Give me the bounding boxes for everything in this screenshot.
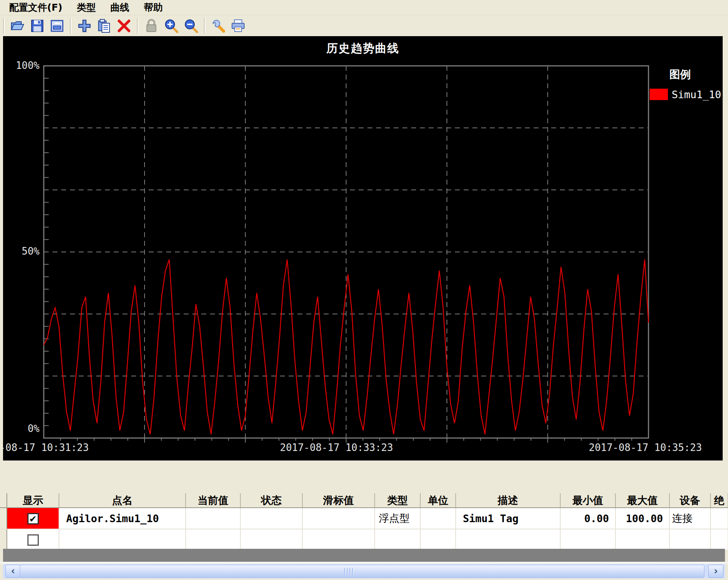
y-axis-label-50: 50% [3,245,40,257]
zoom-in-button[interactable] [161,17,181,35]
type-cell [375,529,420,550]
scroll-right-arrow[interactable]: › [708,565,723,578]
row-header[interactable] [0,508,7,529]
open-folder-icon [10,18,25,33]
col-header-point-name[interactable]: 点名 [59,493,186,508]
col-header-current[interactable]: 当前值 [186,493,240,508]
delete-x-icon [116,18,132,33]
display-checkbox-checked[interactable]: ✔ [27,513,39,524]
unit-cell [420,508,456,529]
max-value-cell: 100.00 [615,508,669,529]
col-header-unit[interactable]: 单位 [420,493,456,508]
lock-icon [144,18,159,33]
toolbar-separator [204,18,205,34]
lock-button[interactable] [141,17,161,35]
point-name-cell [59,529,186,550]
printer-icon [230,18,246,33]
plus-icon [77,18,92,33]
col-header-max[interactable]: 最大值 [615,493,669,508]
col-header-cursor-value[interactable]: 滑标值 [302,493,375,508]
description-cell [456,529,560,550]
save-all-icon [49,18,65,33]
legend-series-label: Simu1_10 [672,89,721,100]
print-button[interactable] [228,17,248,35]
menu-config-file[interactable]: 配置文件(F) [5,0,67,14]
col-header-description[interactable]: 描述 [456,493,560,508]
wrench-icon [211,18,226,33]
extra-cell [711,529,728,550]
save-floppy-icon [30,18,45,33]
col-header-display[interactable]: 显示 [7,493,59,508]
scrollbar-thumb[interactable] [20,565,704,578]
trend-chart: 历史趋势曲线 100% 50% 0% 2017-08-17 10:31:23 2… [3,36,723,460]
scrollbar-thumb-grip [344,568,359,575]
menu-curve[interactable]: 曲线 [106,0,134,14]
y-axis-label-100: 100% [3,60,40,71]
toolbar-separator [70,18,72,34]
menu-type[interactable]: 类型 [72,0,100,14]
save-all-button[interactable] [47,17,67,35]
display-cell [7,529,59,550]
device-cell [669,529,711,550]
description-cell: Simu1 Tag [456,508,560,529]
type-cell: 浮点型 [375,508,420,529]
plot-area [3,36,723,460]
row-header[interactable] [0,529,7,550]
display-checkbox-unchecked[interactable] [27,534,39,546]
application-window: 配置文件(F) 类型 曲线 帮助 [0,0,728,580]
bottom-gray-panel [3,549,725,562]
cursor-value-cell [302,529,375,550]
paste-clipboard-icon [97,18,112,33]
unit-cell [420,529,456,550]
x-axis-label-center: 2017-08-17 10:33:23 [280,442,393,453]
legend-heading: 图例 [669,67,691,82]
y-axis-label-0: 0% [3,423,40,434]
display-cell: ✔ [7,508,59,529]
point-name-cell: Agilor.Simu1_10 [59,508,186,529]
col-header-status[interactable]: 状态 [240,493,302,508]
col-header-min[interactable]: 最小值 [560,493,615,508]
row-header-corner [0,493,7,508]
table-row [0,529,728,550]
toolbar [0,15,728,36]
zoom-out-button[interactable] [181,17,201,35]
status-cell [240,529,302,550]
col-header-type[interactable]: 类型 [375,493,420,508]
device-cell: 连接 [669,508,711,529]
extra-cell [711,508,728,529]
min-value-cell: 0.00 [560,508,615,529]
max-value-cell [615,529,669,550]
col-header-abs[interactable]: 绝 [711,493,728,508]
settings-button[interactable] [208,17,228,35]
open-button[interactable] [8,17,27,35]
status-cell [240,508,302,529]
x-axis-label-right: 2017-08-17 10:35:23 [589,442,702,453]
current-value-cell [186,508,240,529]
toolbar-separator [137,18,138,34]
x-axis-label-left: 2017-08-17 10:31:23 [3,442,89,453]
zoom-in-icon [164,18,179,33]
cursor-value-cell [302,508,375,529]
table-row: ✔ Agilor.Simu1_10 浮点型 Simu1 Tag 0.00 100… [0,508,728,529]
min-value-cell [560,529,615,550]
save-button[interactable] [27,17,47,35]
tag-table: 显示 点名 当前值 状态 滑标值 类型 单位 描述 最小值 最大值 设备 绝 ✔… [0,493,728,551]
paste-button[interactable] [94,17,114,35]
current-value-cell [186,529,240,550]
menu-help[interactable]: 帮助 [139,0,167,14]
col-header-device[interactable]: 设备 [669,493,711,508]
delete-button[interactable] [114,17,134,35]
add-curve-button[interactable] [75,17,94,35]
query-controls-bar: 开始时间 2017-08-17 10:00:00 ▲ ▼ 结束时间 2017-0… [0,460,728,493]
table-header-row: 显示 点名 当前值 状态 滑标值 类型 单位 描述 最小值 最大值 设备 绝 [0,493,728,508]
zoom-out-icon [183,18,199,33]
toolbar-separator [3,18,5,34]
scroll-left-arrow[interactable]: ‹ [5,565,21,578]
menu-bar: 配置文件(F) 类型 曲线 帮助 [0,0,728,15]
legend-color-swatch [650,89,668,100]
window-right-border [723,36,728,460]
